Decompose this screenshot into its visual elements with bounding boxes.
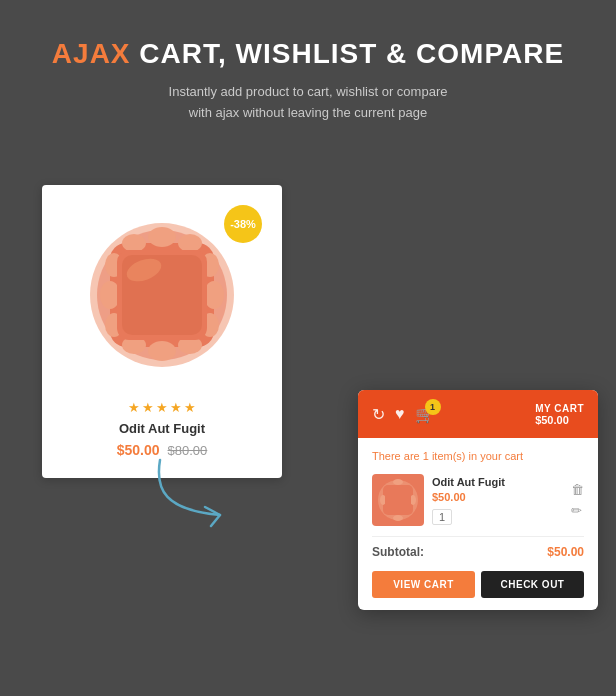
product-card: -38% ★ ★ ★ ★ ★ Odit Aut Fugit $50.00 $80… [42, 185, 282, 478]
header-section: AJAX CART, WISHLIST & COMPARE Instantly … [0, 0, 616, 144]
product-name: Odit Aut Fugit [57, 421, 267, 436]
title-rest: CART, WISHLIST & COMPARE [131, 38, 565, 69]
cart-info-text: There are 1 item(s) in your cart [372, 450, 584, 462]
cart-badge: 1 [425, 399, 441, 415]
cart-item-details: Odit Aut Fugit $50.00 1 [432, 476, 563, 525]
cart-icon-wrap[interactable]: 🛒 1 [415, 405, 435, 424]
ajax-word: AJAX [52, 38, 131, 69]
product-image [82, 215, 242, 375]
star-2: ★ [142, 400, 154, 415]
cart-buttons: VIEW CART CHECK OUT [372, 571, 584, 598]
cart-item-row: Odit Aut Fugit $50.00 1 🗑 ✏ [372, 474, 584, 526]
arrow-curve [145, 450, 245, 530]
svg-point-14 [122, 234, 146, 252]
cart-divider [372, 536, 584, 537]
cart-popup: ↻ ♥ 🛒 1 MY CART $50.00 There are 1 item(… [358, 390, 598, 610]
svg-rect-24 [385, 487, 411, 513]
delete-icon[interactable]: 🗑 [571, 482, 584, 497]
svg-point-3 [148, 227, 176, 247]
view-cart-button[interactable]: VIEW CART [372, 571, 475, 598]
cart-header-amount: $50.00 [535, 414, 569, 426]
product-image-wrapper: -38% [57, 200, 267, 390]
svg-point-20 [393, 479, 403, 485]
info-items: 1 item(s) [423, 450, 466, 462]
star-3: ★ [156, 400, 168, 415]
cart-item-name: Odit Aut Fugit [432, 476, 563, 488]
cart-popup-body: There are 1 item(s) in your cart [358, 438, 598, 610]
edit-icon[interactable]: ✏ [571, 503, 584, 518]
wishlist-icon[interactable]: ♥ [395, 405, 405, 423]
cart-item-image-svg [375, 477, 421, 523]
svg-point-4 [178, 234, 202, 252]
cart-item-price: $50.00 [432, 491, 563, 503]
info-prefix: There are [372, 450, 423, 462]
refresh-icon[interactable]: ↻ [372, 405, 385, 424]
page-wrapper: AJAX CART, WISHLIST & COMPARE Instantly … [0, 0, 616, 696]
star-4: ★ [170, 400, 182, 415]
cart-item-image [372, 474, 424, 526]
subtitle: Instantly add product to cart, wishlist … [40, 82, 576, 124]
cart-label-text: MY CART [535, 403, 584, 414]
discount-badge: -38% [224, 205, 262, 243]
star-1: ★ [128, 400, 140, 415]
subtotal-label: Subtotal: [372, 545, 424, 559]
cart-popup-header: ↻ ♥ 🛒 1 MY CART $50.00 [358, 390, 598, 438]
page-title: AJAX CART, WISHLIST & COMPARE [40, 38, 576, 70]
cart-label-wrap: MY CART $50.00 [535, 403, 584, 426]
product-stars: ★ ★ ★ ★ ★ [57, 400, 267, 415]
subtotal-row: Subtotal: $50.00 [372, 545, 584, 559]
cart-item-actions: 🗑 ✏ [571, 482, 584, 518]
arrow-svg [145, 450, 245, 530]
star-5: ★ [184, 400, 196, 415]
svg-point-9 [148, 341, 176, 361]
svg-point-22 [393, 515, 403, 521]
subtotal-amount: $50.00 [547, 545, 584, 559]
cart-item-qty: 1 [432, 509, 452, 525]
info-suffix: in your cart [466, 450, 523, 462]
checkout-button[interactable]: CHECK OUT [481, 571, 584, 598]
